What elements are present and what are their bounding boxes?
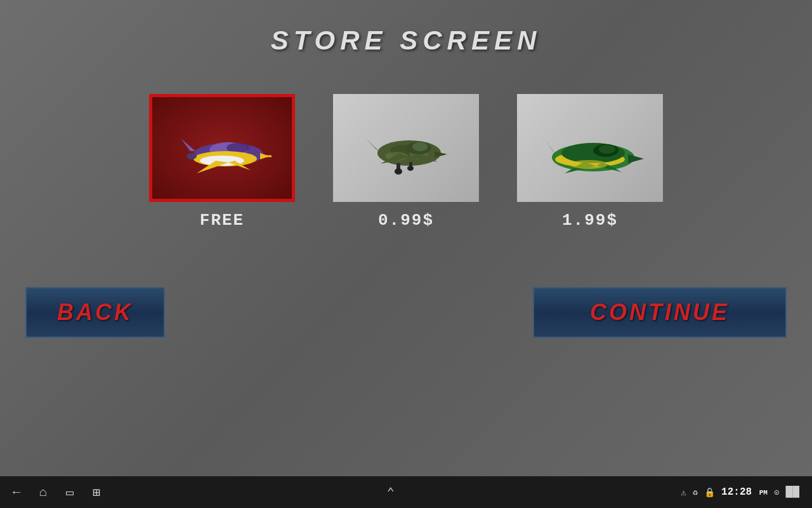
main-area: STORE SCREEN (0, 0, 812, 476)
svg-point-34 (570, 160, 608, 169)
ships-container: FREE (149, 94, 663, 230)
recents-nav-icon[interactable]: ▭ (66, 485, 74, 500)
up-arrow-icon[interactable]: ⌃ (387, 485, 395, 500)
nav-icons: ← ⌂ ▭ ⊞ (13, 485, 100, 500)
status-bar: ← ⌂ ▭ ⊞ ⌃ ⚠ ♻ 🔒 12:28 PM ⊙ ██ (0, 476, 812, 508)
svg-point-24 (407, 166, 414, 171)
warning-icon: ⚠ (681, 487, 686, 498)
time-display: 12:28 PM (721, 486, 768, 498)
page-title: STORE SCREEN (271, 25, 542, 56)
ship-frame-3[interactable] (517, 94, 663, 202)
svg-marker-7 (181, 138, 195, 151)
ship-frame-2[interactable] (333, 94, 479, 202)
svg-point-10 (187, 153, 197, 159)
svg-marker-19 (435, 151, 447, 157)
back-nav-icon[interactable]: ← (13, 485, 20, 500)
svg-marker-31 (544, 138, 555, 154)
ship-3-price: 1.99$ (562, 211, 618, 230)
status-right: ⚠ ♻ 🔒 12:28 PM ⊙ ██ (681, 486, 799, 498)
time-value: 12:28 (721, 486, 752, 498)
lock-icon: 🔒 (704, 487, 715, 498)
svg-point-29 (599, 145, 615, 154)
bluetooth-icon: ⊙ (774, 487, 779, 498)
recycle-icon: ♻ (693, 487, 698, 498)
continue-button[interactable]: CONTINUE (533, 287, 787, 338)
ship-2-price: 0.99$ (378, 211, 434, 230)
wifi-icon: ██ (785, 486, 799, 498)
time-suffix: PM (759, 489, 768, 497)
svg-point-22 (395, 168, 402, 175)
center-nav: ⌃ (387, 485, 395, 500)
back-button[interactable]: BACK (25, 287, 165, 338)
ship-item-3[interactable]: 1.99$ (517, 94, 663, 230)
ship-frame-1[interactable] (149, 94, 295, 202)
menu-nav-icon[interactable]: ⊞ (93, 485, 100, 500)
ship-item-1[interactable]: FREE (149, 94, 295, 230)
buttons-row: BACK CONTINUE (25, 287, 787, 338)
ship-1-price: FREE (200, 211, 244, 230)
svg-marker-20 (366, 138, 379, 151)
ship-1-icon (165, 107, 279, 189)
ship-item-2[interactable]: 0.99$ (333, 94, 479, 230)
svg-marker-30 (628, 154, 644, 163)
svg-point-18 (412, 142, 428, 151)
home-nav-icon[interactable]: ⌂ (39, 485, 47, 500)
ship-3-icon (533, 107, 647, 189)
ship-2-icon (349, 107, 463, 189)
